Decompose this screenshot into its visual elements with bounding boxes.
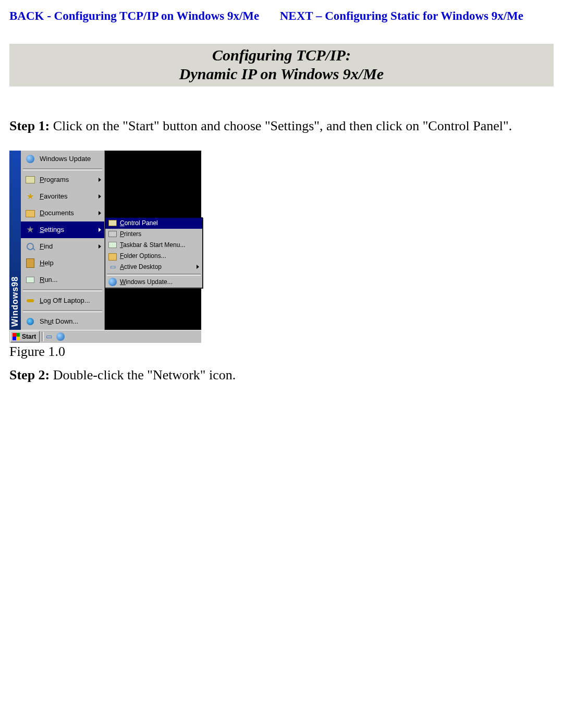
- shut-icon: [25, 316, 35, 327]
- start-button[interactable]: Start: [10, 331, 40, 342]
- next-link[interactable]: NEXT – Configuring Static for Windows 9x…: [280, 9, 523, 22]
- submenu-arrow-icon: [99, 228, 101, 232]
- ie-icon[interactable]: [56, 332, 65, 341]
- step-1-label: Step 1:: [9, 118, 50, 133]
- submenu-item[interactable]: Printers: [105, 229, 202, 240]
- desk-icon: ▭: [108, 263, 117, 271]
- step-2: Step 2: Double-click the "Network" icon.: [9, 367, 554, 384]
- submenu-arrow-icon: [99, 244, 101, 249]
- step-1: Step 1: Click on the "Start" button and …: [9, 118, 554, 135]
- step-1-text: Click on the "Start" button and choose "…: [50, 118, 512, 133]
- windows-banner: Windows98: [9, 151, 21, 330]
- start-menu-item[interactable]: Help: [21, 255, 104, 272]
- settings-submenu[interactable]: Control PanelPrintersTaskbar & Start Men…: [105, 217, 203, 288]
- submenu-arrow-icon: [197, 265, 199, 269]
- page-title: Configuring TCP/IP: Dynamic IP on Window…: [9, 44, 554, 87]
- prog-icon: [25, 175, 35, 185]
- menu-separator: [23, 168, 102, 170]
- submenu-item[interactable]: ▭Active Desktop: [105, 262, 202, 273]
- menu-label: Find: [40, 242, 99, 250]
- start-menu-item[interactable]: Log Off Laptop...: [21, 292, 104, 309]
- figure-1-screenshot: Windows98 Windows UpdatePrograms★Favorit…: [9, 151, 201, 343]
- submenu-arrow-icon: [99, 211, 101, 215]
- start-menu[interactable]: Windows UpdatePrograms★FavoritesDocument…: [21, 151, 105, 330]
- nav-links: BACK - Configuring TCP/IP on Windows 9x/…: [9, 9, 554, 23]
- submenu-item[interactable]: Taskbar & Start Menu...: [105, 240, 202, 251]
- folder-icon: [108, 252, 117, 260]
- run-icon: [25, 275, 35, 285]
- step-2-label: Step 2:: [9, 367, 50, 382]
- title-line-2: Dynamic IP on Windows 9x/Me: [9, 65, 554, 83]
- start-menu-item[interactable]: ★Favorites: [21, 188, 104, 205]
- start-menu-item[interactable]: Shut Down...: [21, 313, 104, 330]
- submenu-item[interactable]: Windows Update...: [105, 277, 202, 288]
- folder-icon: [25, 208, 35, 218]
- taskbar-separator: [42, 332, 44, 341]
- globe-icon: [108, 278, 117, 286]
- start-menu-item[interactable]: Documents: [21, 205, 104, 221]
- submenu-item[interactable]: Control Panel: [105, 218, 202, 229]
- menu-label: Favorites: [40, 192, 99, 200]
- menu-label: Active Desktop: [120, 263, 162, 270]
- show-desktop-icon[interactable]: ▭: [46, 332, 54, 341]
- globe-icon: [25, 154, 35, 164]
- start-button-label: Start: [22, 333, 36, 340]
- menu-label: Shut Down...: [40, 317, 101, 325]
- title-line-1: Configuring TCP/IP:: [9, 46, 554, 65]
- menu-label: Windows Update...: [120, 278, 173, 286]
- submenu-arrow-icon: [99, 194, 101, 199]
- submenu-item[interactable]: Folder Options...: [105, 251, 202, 262]
- menu-label: Control Panel: [120, 219, 158, 227]
- menu-separator: [107, 274, 201, 276]
- menu-label: Log Off Laptop...: [40, 297, 101, 304]
- step-2-text: Double-click the "Network" icon.: [50, 367, 236, 382]
- figure-caption: Figure 1.0: [9, 344, 554, 360]
- menu-label: Printers: [120, 230, 141, 238]
- menu-label: Windows Update: [40, 155, 101, 163]
- cp-icon: [108, 219, 117, 227]
- menu-label: Taskbar & Start Menu...: [120, 241, 185, 249]
- windows-flag-icon: [13, 333, 20, 340]
- start-menu-item[interactable]: Programs: [21, 171, 104, 188]
- menu-label: Programs: [40, 176, 99, 183]
- menu-label: Settings: [40, 226, 99, 233]
- start-menu-item[interactable]: Find: [21, 238, 104, 255]
- menu-label: Run...: [40, 276, 101, 283]
- start-menu-item[interactable]: Settings: [21, 221, 104, 238]
- set-icon: [25, 225, 35, 235]
- star-icon: ★: [25, 191, 35, 202]
- desktop-area: Control PanelPrintersTaskbar & Start Men…: [105, 151, 201, 330]
- menu-label: Documents: [40, 209, 99, 217]
- menu-separator: [23, 289, 102, 291]
- menu-label: Help: [40, 259, 101, 267]
- start-menu-item[interactable]: Run...: [21, 272, 104, 288]
- book-icon: [25, 258, 35, 268]
- printer-icon: [108, 230, 117, 238]
- taskbar: Start ▭: [9, 330, 201, 343]
- back-link[interactable]: BACK - Configuring TCP/IP on Windows 9x/…: [9, 9, 259, 22]
- submenu-arrow-icon: [99, 178, 101, 182]
- key-icon: [25, 295, 35, 306]
- menu-label: Folder Options...: [120, 252, 166, 260]
- run-icon: [108, 241, 117, 249]
- menu-separator: [23, 310, 102, 312]
- start-menu-item[interactable]: Windows Update: [21, 151, 104, 167]
- mag-icon: [25, 241, 35, 252]
